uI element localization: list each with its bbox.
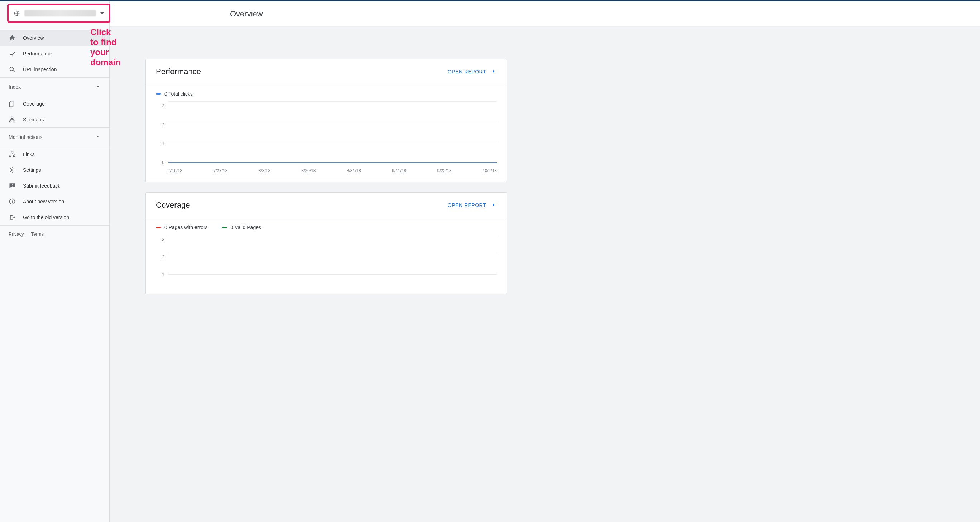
tree-icon xyxy=(9,116,16,123)
svg-rect-14 xyxy=(12,201,13,203)
sidebar-item-coverage[interactable]: Coverage xyxy=(0,96,109,112)
property-selector[interactable] xyxy=(7,3,110,23)
svg-rect-5 xyxy=(10,121,11,122)
svg-point-10 xyxy=(11,169,13,171)
legend-label: 0 Valid Pages xyxy=(231,224,261,230)
svg-point-1 xyxy=(10,67,13,71)
svg-rect-8 xyxy=(9,155,11,157)
gear-icon xyxy=(9,167,16,174)
globe-icon xyxy=(14,10,20,16)
legend-item: 0 Total clicks xyxy=(156,91,193,97)
svg-rect-7 xyxy=(11,151,13,153)
open-report-label: OPEN REPORT xyxy=(448,202,486,208)
feedback-icon xyxy=(9,182,16,189)
sidebar-item-label: Sitemaps xyxy=(23,117,44,122)
svg-rect-3 xyxy=(10,102,13,107)
sidebar-item-label: Submit feedback xyxy=(23,183,60,189)
legend-swatch xyxy=(222,227,227,228)
sidebar-item-label: Links xyxy=(23,151,35,157)
search-icon xyxy=(9,66,16,73)
info-icon xyxy=(9,198,16,205)
caret-down-icon xyxy=(100,12,104,14)
sidebar-item-label: Performance xyxy=(23,51,52,57)
svg-rect-6 xyxy=(13,121,15,122)
sidebar-item-label: URL inspection xyxy=(23,67,57,72)
card-title: Performance xyxy=(156,67,201,76)
annotation-hint: Click to find your domain xyxy=(90,27,121,67)
sidebar-section-label: Manual actions xyxy=(9,134,88,140)
legend-label: 0 Pages with errors xyxy=(164,224,208,230)
sidebar-item-submit-feedback[interactable]: Submit feedback xyxy=(0,178,109,194)
legend-label: 0 Total clicks xyxy=(164,91,193,97)
svg-rect-15 xyxy=(12,200,13,201)
sidebar-item-sitemaps[interactable]: Sitemaps xyxy=(0,112,109,127)
sidebar-section-index[interactable]: Index xyxy=(0,77,109,96)
sidebar-item-about-new-version[interactable]: About new version xyxy=(0,194,109,209)
pages-icon xyxy=(9,100,16,108)
sidebar-item-label: About new version xyxy=(23,199,64,205)
open-report-link[interactable]: OPEN REPORT xyxy=(448,68,497,76)
trend-icon xyxy=(9,50,16,57)
card-title: Coverage xyxy=(156,200,190,210)
property-label-redacted xyxy=(24,10,96,16)
chart-legend: 0 Pages with errors 0 Valid Pages xyxy=(156,224,497,230)
sidebar-item-label: Go to the old version xyxy=(23,214,69,220)
page-title: Overview xyxy=(230,9,263,19)
sidebar-item-label: Settings xyxy=(23,167,41,173)
page-header: Overview xyxy=(110,2,980,27)
open-report-link[interactable]: OPEN REPORT xyxy=(448,202,497,209)
coverage-chart: 123 xyxy=(156,235,497,286)
sidebar-item-label: Coverage xyxy=(23,101,45,107)
home-icon xyxy=(9,34,16,41)
performance-card: Performance OPEN REPORT 0 Total clicks xyxy=(145,59,507,182)
svg-rect-4 xyxy=(11,117,13,119)
terms-link[interactable]: Terms xyxy=(31,231,44,236)
svg-rect-9 xyxy=(13,155,15,157)
legend-item: 0 Valid Pages xyxy=(222,224,261,230)
chart-legend: 0 Total clicks xyxy=(156,91,497,97)
legend-item: 0 Pages with errors xyxy=(156,224,208,230)
legend-swatch xyxy=(156,93,161,95)
svg-rect-12 xyxy=(12,186,13,187)
svg-rect-11 xyxy=(12,184,13,186)
sidebar-item-settings[interactable]: Settings xyxy=(0,162,109,178)
sidebar-item-label: Overview xyxy=(23,35,44,41)
legend-swatch xyxy=(156,227,161,228)
sidebar-section-label: Index xyxy=(9,84,88,90)
chevron-right-icon xyxy=(490,68,497,76)
chevron-down-icon xyxy=(95,133,101,140)
privacy-link[interactable]: Privacy xyxy=(9,231,24,236)
sidebar-section-manual-actions[interactable]: Manual actions xyxy=(0,127,109,146)
links-icon xyxy=(9,151,16,158)
sidebar-item-go-to-old-version[interactable]: Go to the old version xyxy=(0,209,109,225)
chevron-right-icon xyxy=(490,202,497,209)
chevron-up-icon xyxy=(95,83,101,90)
sidebar-item-links[interactable]: Links xyxy=(0,146,109,162)
coverage-card: Coverage OPEN REPORT 0 Pages with errors xyxy=(145,192,507,294)
performance-chart: 0123 7/16/187/27/188/8/188/20/188/31/189… xyxy=(156,102,497,173)
open-report-label: OPEN REPORT xyxy=(448,69,486,75)
exit-icon xyxy=(9,214,16,221)
